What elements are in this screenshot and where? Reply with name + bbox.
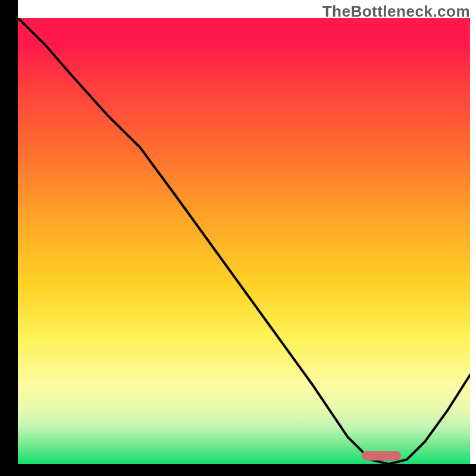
y-axis <box>0 0 18 476</box>
optimal-marker <box>362 451 401 461</box>
curve-path <box>18 18 470 464</box>
watermark-text: TheBottleneck.com <box>322 2 470 21</box>
chart-frame: TheBottleneck.com <box>0 0 476 476</box>
bottleneck-curve <box>18 18 470 464</box>
x-axis <box>0 464 476 476</box>
